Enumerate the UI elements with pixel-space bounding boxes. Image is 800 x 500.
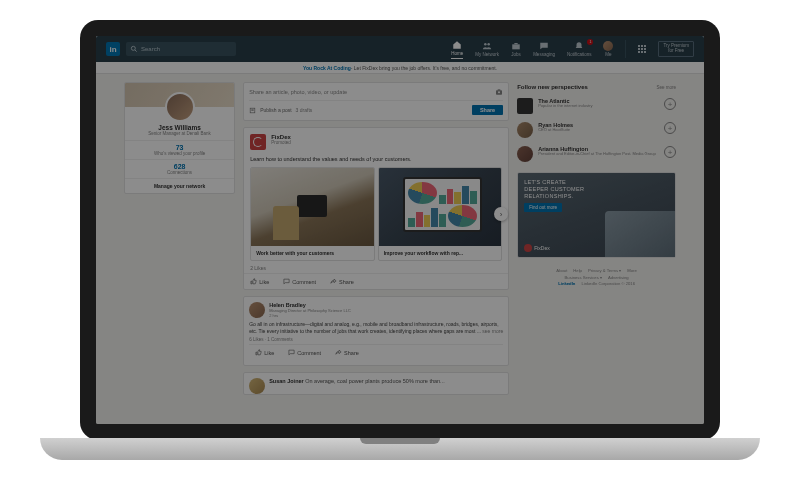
- screen: in Search Home My Network Jobs: [96, 36, 704, 424]
- laptop-base: [40, 438, 760, 460]
- laptop-notch: [360, 438, 440, 444]
- laptop-frame: in Search Home My Network Jobs: [80, 20, 720, 440]
- dim-overlay: [96, 36, 704, 424]
